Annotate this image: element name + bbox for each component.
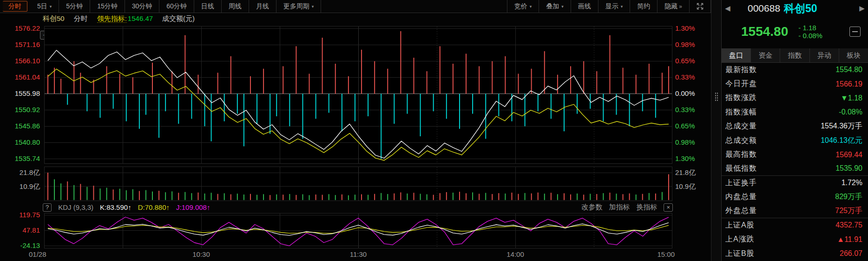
price-axis-right-label: 0.33%: [675, 73, 710, 81]
minimize-icon[interactable]: [849, 27, 861, 37]
quote-row-label: 上证A股: [725, 221, 755, 230]
quote-row-value: -0.08%: [839, 108, 862, 116]
draw-line-button[interactable]: 画线: [571, 0, 598, 13]
period-weekly-button[interactable]: 周线: [222, 0, 249, 13]
kdj-axis-label: 47.81: [0, 226, 40, 234]
period-toolbar: 分时5日▾5分钟15分钟30分钟60分钟日线周线月线更多周期▾ 竞价▾叠加▾画线…: [0, 0, 711, 13]
panel-splitter[interactable]: [711, 0, 722, 261]
quote-row-label: 指数涨跌: [725, 93, 757, 103]
price-axis-right-label: 1.30%: [675, 24, 710, 33]
period-daily-button[interactable]: 日线: [194, 0, 222, 13]
chevron-down-icon: ▾: [312, 4, 314, 9]
quote-row: 最新指数1554.80: [722, 63, 868, 77]
quote-row-value: 1554.80: [835, 66, 862, 74]
period-monthly-button[interactable]: 月线: [249, 0, 276, 13]
price-chart-plot[interactable]: [44, 26, 672, 164]
kdj-axis-label: 119.75: [0, 211, 40, 219]
chevron-down-icon: ▾: [621, 4, 623, 9]
chart-period-label: 分时: [74, 14, 88, 23]
stock-name: 科创50: [784, 1, 856, 16]
period-5min-button[interactable]: 5分钟: [59, 0, 90, 13]
kdj-chart-plot[interactable]: [44, 213, 672, 248]
close-indicator-icon[interactable]: ×: [664, 203, 673, 212]
chevron-down-icon: ▾: [530, 4, 532, 9]
time-axis-label: 15:00: [657, 250, 675, 258]
period-60min-button[interactable]: 60分钟: [159, 0, 194, 13]
price-change: - 1.18: [798, 24, 822, 32]
switch-indicator-button[interactable]: 换指标: [636, 203, 657, 212]
price-axis-left-label: 1571.16: [0, 40, 40, 49]
price-axis-left-label: 1555.98: [0, 89, 40, 98]
double-right-arrow-icon: »: [679, 3, 682, 10]
period-minute-button[interactable]: 分时: [3, 1, 27, 12]
kdj-j-value: J:109.008↑: [176, 203, 210, 211]
auction-button[interactable]: 竞价▾: [507, 0, 539, 13]
quote-tabs: 盘口资金指数异动板块: [722, 48, 868, 63]
change-stack: - 1.18 - 0.08%: [798, 24, 822, 40]
kdj-k-value: K:83.590↑: [100, 203, 132, 211]
period-5day-button[interactable]: 5日▾: [30, 0, 59, 13]
tab-zijin[interactable]: 资金: [751, 48, 780, 62]
display-button[interactable]: 显示▾: [598, 0, 631, 13]
quote-row-label: 指数涨幅: [725, 107, 757, 117]
volume-axis-left-label: 21.8亿: [0, 168, 40, 177]
quote-row: 上证换手1.72%: [722, 176, 868, 190]
fullscreen-button[interactable]: [690, 0, 711, 13]
price-axis-right-label: 0.33%: [675, 106, 710, 114]
tab-yidong[interactable]: 异动: [810, 48, 839, 62]
quote-row-value: 266.07: [840, 249, 862, 258]
help-icon[interactable]: ?: [43, 203, 52, 212]
tab-zhishu[interactable]: 指数: [780, 48, 809, 62]
quote-row-value: 1569.44: [835, 151, 862, 159]
hide-panel-button[interactable]: 隐藏»: [658, 0, 690, 13]
price-axis-right-label: 1.30%: [675, 154, 710, 163]
quote-row-value: 4352.75: [835, 221, 862, 229]
tab-pankou[interactable]: 盘口: [722, 48, 751, 62]
time-axis-label: 01/28: [29, 250, 46, 258]
quote-row-value: 1.72%: [842, 179, 862, 187]
chart-tools-group: 竞价▾叠加▾画线显示▾简约隐藏»: [507, 0, 711, 13]
quote-row-label: 总成交量: [725, 121, 757, 131]
kdj-indicator-header: ? KDJ (9,3,3) K:83.590↑ D:70.880↑ J:109.…: [43, 201, 673, 213]
change-params-button[interactable]: 改参数: [581, 203, 602, 212]
kdj-params-label[interactable]: KDJ (9,3,3): [58, 203, 93, 211]
price-summary: 1554.80 - 1.18 - 0.08%: [722, 20, 868, 44]
quote-row-label: 外盘总量: [725, 206, 757, 216]
tab-bankuai[interactable]: 板块: [839, 48, 868, 62]
stock-app-window: 分时5日▾5分钟15分钟30分钟60分钟日线周线月线更多周期▾ 竞价▾叠加▾画线…: [0, 0, 868, 261]
prev-stock-icon[interactable]: ◀: [722, 4, 734, 13]
add-indicator-button[interactable]: 加指标: [609, 203, 630, 212]
kdj-d-value: D:70.880↑: [138, 203, 170, 211]
price-axis-left-label: 1576.22: [0, 24, 40, 33]
lead-indicator-value: 1546.47: [128, 14, 153, 22]
overlay-button[interactable]: 叠加▾: [539, 0, 571, 13]
quote-rows: 最新指数1554.80今日开盘1566.19指数涨跌▼1.18指数涨幅-0.08…: [722, 63, 868, 261]
kdj-axis-label: -24.13: [0, 241, 40, 250]
quote-row: 最低指数1535.90: [722, 162, 868, 176]
simple-mode-button[interactable]: 简约: [630, 0, 658, 13]
quote-row-label: 最低指数: [725, 164, 757, 174]
period-more-button[interactable]: 更多周期▾: [276, 0, 322, 13]
time-axis-label: 10:30: [192, 250, 210, 258]
volume-axis-left-label: 10.9亿: [0, 182, 40, 191]
price-axis-left-label: 1550.92: [0, 106, 40, 114]
quote-row: 最高指数1569.44: [722, 147, 868, 161]
price-axis-right-label: 0.98%: [675, 40, 710, 49]
amount-unit-label: 成交额(元): [162, 14, 195, 23]
chart-index-name: 科创50: [43, 14, 65, 23]
next-stock-icon[interactable]: ▶: [856, 4, 868, 13]
time-axis-label: 14:00: [506, 250, 524, 258]
quote-row-label: 最高指数: [725, 150, 757, 160]
volume-chart-plot[interactable]: [44, 167, 672, 201]
quote-row-value: 1554.36万手: [821, 121, 862, 131]
quote-row: 今日开盘1566.19: [722, 77, 868, 91]
price-axis-left-label: 1535.74: [0, 154, 40, 163]
price-axis-right-label: 0.65%: [675, 122, 710, 130]
price-change-pct: - 0.08%: [798, 32, 822, 40]
quote-row-label: 上证换手: [725, 178, 757, 188]
price-axis-left-label: 1561.04: [0, 73, 40, 81]
period-30min-button[interactable]: 30分钟: [125, 0, 160, 13]
period-15min-button[interactable]: 15分钟: [90, 0, 125, 13]
stock-switcher: ◀ 000688 科创50 ▶: [722, 1, 868, 15]
splitter-drag-handle-icon[interactable]: [715, 92, 718, 101]
